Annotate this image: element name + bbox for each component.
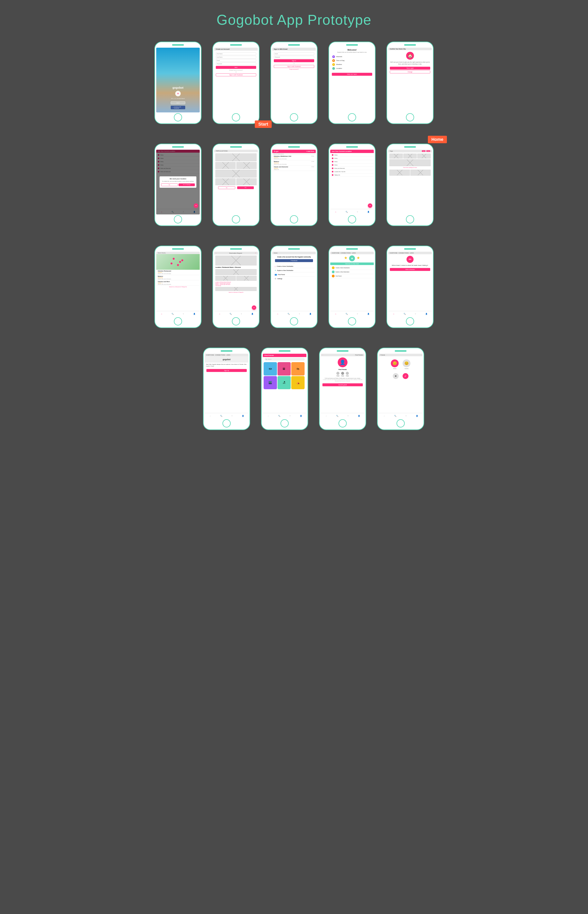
map-place-2[interactable]: Balance ★★★★★ features with some informa… xyxy=(156,275,200,280)
detail-nav-back[interactable]: ‹ xyxy=(216,253,216,254)
menu-item-find[interactable]: 👥 Find Friend xyxy=(273,273,315,276)
confirm-city-btn[interactable]: This is right! xyxy=(390,67,430,70)
login-button[interactable]: Log In xyxy=(171,101,185,104)
fb-create-btn[interactable]: f Facebook xyxy=(275,259,313,262)
skip-btn[interactable]: ✕ xyxy=(393,373,399,379)
tab-int-search[interactable]: 🔍 xyxy=(345,312,348,316)
find-friends-btn[interactable]: Sounds great! xyxy=(322,383,363,386)
int-label-1: Create a Home Destination xyxy=(336,267,350,268)
cat-item-1[interactable]: 🍽 xyxy=(263,362,277,376)
detail-fab[interactable]: + xyxy=(252,305,256,310)
fb-signup-button[interactable]: Sign in with Facebook xyxy=(216,73,256,76)
result-2[interactable]: Balance 1.2 km ★★★★★ Nearby with some in… xyxy=(272,160,316,165)
tab-email-profile[interactable]: 👤 xyxy=(241,414,244,418)
modal-ok[interactable]: Go to Settings xyxy=(179,183,195,186)
tab-map-home[interactable]: ⌂ xyxy=(160,312,163,316)
map-place-1[interactable]: Hoboken Restaurant ★★★★☆ features with s… xyxy=(156,270,200,275)
tab-find-trips[interactable]: ✈ xyxy=(289,414,292,418)
tab-find-profile[interactable]: 👤 xyxy=(299,414,302,418)
tab-find-home[interactable]: ⌂ xyxy=(267,414,270,418)
tab-gogobot-trips[interactable]: ✈ xyxy=(298,312,301,316)
results-add[interactable]: + Add Now xyxy=(306,151,314,152)
write-review-btn[interactable]: Write a Review xyxy=(390,268,430,271)
change-city-btn[interactable]: Change xyxy=(390,70,430,73)
tab-trips-2[interactable]: ✈ xyxy=(356,210,359,214)
trips-header: Trips Save Send xyxy=(388,150,432,152)
tab-detail-trips[interactable]: ✈ xyxy=(240,312,243,316)
tab-detail-home[interactable]: ⌂ xyxy=(218,312,221,316)
tab-trav-trips[interactable]: ✈ xyxy=(347,414,350,418)
tab-inv-trips[interactable]: ✈ xyxy=(414,312,417,316)
confirm-btn-final[interactable]: ✓ xyxy=(402,373,409,379)
tab-fin-home[interactable]: ⌂ xyxy=(383,414,386,418)
tab-map-profile[interactable]: 👤 xyxy=(193,312,196,316)
tab-trav-profile[interactable]: 👤 xyxy=(357,414,360,418)
tab-fin-trips[interactable]: ✈ xyxy=(405,414,408,418)
tab-map-search[interactable]: 🔍 xyxy=(171,312,174,316)
cat-item-4[interactable]: 🌃 xyxy=(263,376,277,389)
tab-inv-search[interactable]: 🔍 xyxy=(403,312,406,316)
tab-fin-search[interactable]: 🔍 xyxy=(394,414,397,418)
tab-trav-home[interactable]: ⌂ xyxy=(325,414,328,418)
menu-item-trips[interactable]: ✈ Explore a New Destination xyxy=(273,269,315,272)
tab-detail-profile[interactable]: 👤 xyxy=(251,312,254,316)
email-signup-btn[interactable]: Sign Up xyxy=(207,369,247,372)
see-all-link[interactable]: Search to a Discover & Things Do xyxy=(156,286,200,288)
tab-email-home[interactable]: ⌂ xyxy=(209,414,212,418)
menu-item-settings[interactable]: ⚙ Settings xyxy=(273,277,315,280)
tab-inv-home[interactable]: ⌂ xyxy=(392,312,395,316)
cat-item-3[interactable]: 🛍 xyxy=(291,362,305,376)
tab-find-search[interactable]: 🔍 xyxy=(278,414,281,418)
tab-profile-2[interactable]: 👤 xyxy=(367,210,370,214)
tab-email-trips[interactable]: ✈ xyxy=(231,414,234,418)
tab-fin-profile[interactable]: 👤 xyxy=(415,414,418,418)
fb-signin-button[interactable]: Sign in with Facebook xyxy=(274,65,314,68)
cat-item-2[interactable]: 🏛 xyxy=(278,362,291,376)
detail-action[interactable]: ✓ xyxy=(255,252,256,254)
interest-item-3[interactable]: Find Friend xyxy=(330,274,374,278)
first-name-input[interactable] xyxy=(216,52,256,55)
location-fab[interactable]: + xyxy=(194,203,198,208)
circle-1[interactable]: 😊 xyxy=(391,360,399,367)
last-name-input[interactable] xyxy=(216,56,256,58)
next-button[interactable]: Next xyxy=(216,66,256,69)
find-more-link[interactable]: Find more settings & more xyxy=(389,167,431,168)
tab-search-2[interactable]: 🔍 xyxy=(345,210,348,214)
tab-gogobot-home[interactable]: ⌂ xyxy=(276,312,279,316)
interest-item-2[interactable]: Explore a New Destination xyxy=(330,270,374,274)
home-fab[interactable]: + xyxy=(368,203,372,208)
tab-gogobot-search[interactable]: 🔍 xyxy=(287,312,290,316)
email-input[interactable] xyxy=(216,59,256,62)
tab-detail-search[interactable]: 🔍 xyxy=(229,312,232,316)
traveler-back[interactable]: ‹ xyxy=(322,354,323,356)
map-place-3[interactable]: Classics and More ★★★☆☆ features with so… xyxy=(156,280,200,286)
detail-discover-link[interactable]: Search to a Discover & Things Do xyxy=(215,292,257,293)
modal-cancel[interactable]: No xyxy=(161,183,178,186)
signin-button[interactable]: Sign In xyxy=(274,59,314,62)
tab-gogobot-profile[interactable]: 👤 xyxy=(309,312,312,316)
password-input[interactable] xyxy=(216,62,256,65)
result-1[interactable]: Hoboken, Middletown Visit 0.8 km ★★★★☆ N… xyxy=(272,155,316,160)
tab-int-profile[interactable]: 👤 xyxy=(367,312,370,316)
facebook-login-button[interactable]: f Continue with Facebook xyxy=(171,106,185,109)
signin-password[interactable] xyxy=(274,56,314,58)
tab-inv-profile[interactable]: 👤 xyxy=(425,312,428,316)
find-search[interactable]: 🔍 Search xyxy=(264,358,305,361)
tab-home-2[interactable]: ⌂ xyxy=(334,210,337,214)
menu-item-home[interactable]: ⌂ Create a Home Destination xyxy=(273,265,315,268)
interest-item-1[interactable]: Create a Home Destination xyxy=(330,266,374,270)
tab-int-home[interactable]: ⌂ xyxy=(334,312,337,316)
cat-item-6[interactable]: ⛺ xyxy=(291,376,305,389)
tab-trav-search[interactable]: 🔍 xyxy=(336,414,339,418)
cat-item-5[interactable]: 🏖 xyxy=(278,376,291,389)
signin-email[interactable] xyxy=(274,52,314,55)
wire-yes-btn[interactable]: Yes xyxy=(237,186,254,189)
find-out-btn[interactable]: FIND OUT WHY xyxy=(332,73,372,76)
tab-map-trips[interactable]: ✈ xyxy=(182,312,185,316)
tab-int-trips[interactable]: ✈ xyxy=(356,312,359,316)
wire-x-2a xyxy=(216,162,236,169)
wire-no-btn[interactable]: No xyxy=(218,186,235,189)
tab-email-search[interactable]: 🔍 xyxy=(220,414,223,418)
result-3[interactable]: Classic and Awesome 1.5 km ★★★★☆ Tallpla… xyxy=(272,165,316,171)
circle-2[interactable]: 😊 xyxy=(402,360,410,367)
